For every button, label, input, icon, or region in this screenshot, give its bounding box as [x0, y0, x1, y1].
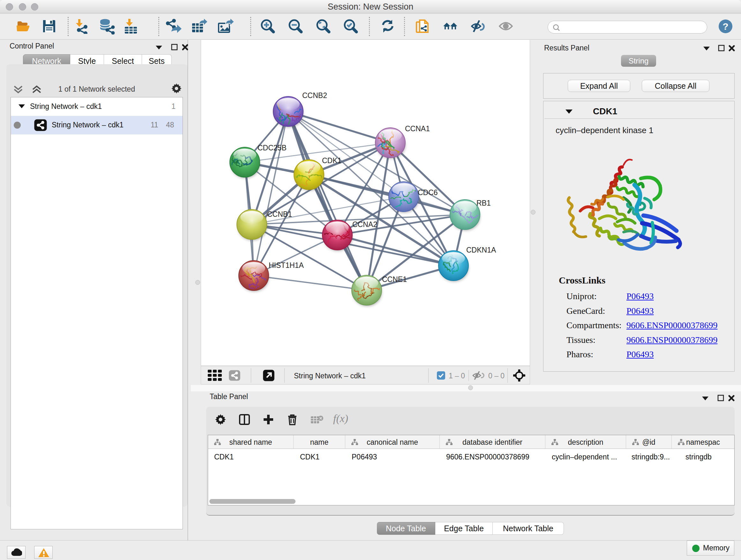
svg-text:HIST1H1A: HIST1H1A: [269, 261, 304, 269]
svg-text:CDKN1A: CDKN1A: [466, 246, 496, 254]
svg-text:CDC25B: CDC25B: [258, 144, 286, 152]
svg-text:CCNE1: CCNE1: [382, 275, 407, 284]
svg-text:CDC6: CDC6: [418, 188, 438, 197]
svg-text:RB1: RB1: [476, 199, 491, 207]
svg-text:CCNB1: CCNB1: [267, 210, 292, 219]
svg-text:CCNA2: CCNA2: [352, 220, 377, 229]
svg-text:CCNB2: CCNB2: [302, 91, 327, 100]
svg-text:CCNA1: CCNA1: [405, 125, 430, 133]
svg-text:CDK1: CDK1: [322, 157, 341, 165]
